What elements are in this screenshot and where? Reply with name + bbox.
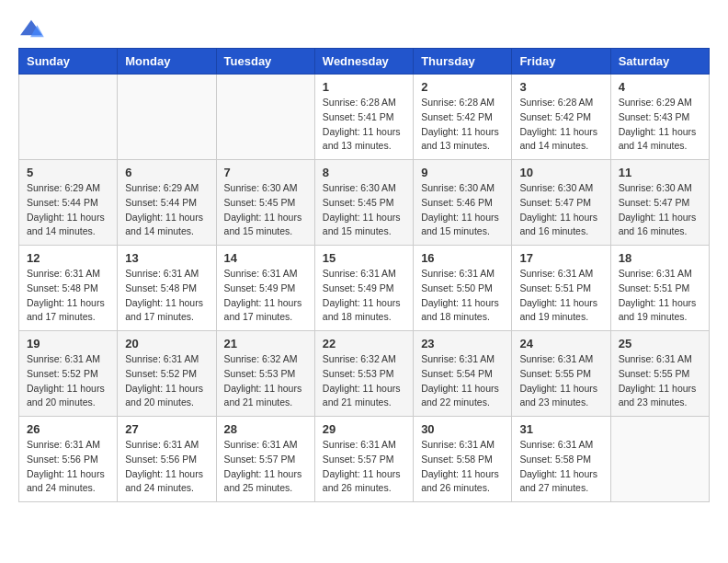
day-cell: 6Sunrise: 6:29 AMSunset: 5:44 PMDaylight… [118,160,216,246]
day-number: 6 [125,166,208,179]
col-header-friday: Friday [512,49,610,75]
logo-icon [18,18,44,39]
day-info: Sunrise: 6:31 AMSunset: 5:51 PMDaylight:… [619,267,701,325]
day-number: 23 [421,337,504,350]
day-number: 2 [421,80,504,94]
day-number: 30 [421,422,504,436]
col-header-wednesday: Wednesday [314,49,413,75]
day-cell: 19Sunrise: 6:31 AMSunset: 5:52 PMDayligh… [19,331,118,417]
day-number: 14 [224,251,307,265]
day-number: 15 [323,251,405,265]
day-cell [216,75,314,160]
day-cell: 14Sunrise: 6:31 AMSunset: 5:49 PMDayligh… [216,246,314,331]
day-info: Sunrise: 6:31 AMSunset: 5:54 PMDaylight:… [421,352,504,410]
day-info: Sunrise: 6:32 AMSunset: 5:53 PMDaylight:… [224,352,307,410]
calendar-header: SundayMondayTuesdayWednesdayThursdayFrid… [19,49,710,75]
day-cell: 11Sunrise: 6:30 AMSunset: 5:47 PMDayligh… [610,160,709,246]
day-number: 16 [421,251,504,265]
day-cell [610,417,709,502]
day-info: Sunrise: 6:31 AMSunset: 5:57 PMDaylight:… [323,438,405,496]
day-cell: 10Sunrise: 6:30 AMSunset: 5:47 PMDayligh… [512,160,610,246]
day-info: Sunrise: 6:32 AMSunset: 5:53 PMDaylight:… [323,352,405,410]
day-number: 29 [323,422,405,436]
day-number: 31 [519,422,602,436]
day-cell: 22Sunrise: 6:32 AMSunset: 5:53 PMDayligh… [314,331,413,417]
day-info: Sunrise: 6:30 AMSunset: 5:45 PMDaylight:… [224,181,307,239]
day-cell: 24Sunrise: 6:31 AMSunset: 5:55 PMDayligh… [512,331,610,417]
calendar-table: SundayMondayTuesdayWednesdayThursdayFrid… [18,48,710,502]
day-number: 8 [323,166,405,179]
day-cell: 9Sunrise: 6:30 AMSunset: 5:46 PMDaylight… [414,160,512,246]
day-number: 19 [27,337,109,350]
day-number: 3 [519,80,602,94]
day-info: Sunrise: 6:28 AMSunset: 5:41 PMDaylight:… [323,96,405,154]
day-info: Sunrise: 6:31 AMSunset: 5:51 PMDaylight:… [519,267,602,325]
col-header-saturday: Saturday [610,49,709,75]
day-info: Sunrise: 6:29 AMSunset: 5:44 PMDaylight:… [27,181,109,239]
day-info: Sunrise: 6:31 AMSunset: 5:58 PMDaylight:… [519,438,602,496]
day-number: 22 [323,337,405,350]
day-cell: 29Sunrise: 6:31 AMSunset: 5:57 PMDayligh… [314,417,413,502]
day-info: Sunrise: 6:29 AMSunset: 5:43 PMDaylight:… [619,96,701,154]
day-number: 20 [125,337,208,350]
day-number: 4 [619,80,701,94]
day-number: 24 [519,337,602,350]
day-info: Sunrise: 6:30 AMSunset: 5:47 PMDaylight:… [619,181,701,239]
day-info: Sunrise: 6:31 AMSunset: 5:57 PMDaylight:… [224,438,307,496]
day-cell: 2Sunrise: 6:28 AMSunset: 5:42 PMDaylight… [414,75,512,160]
day-cell: 28Sunrise: 6:31 AMSunset: 5:57 PMDayligh… [216,417,314,502]
day-number: 21 [224,337,307,350]
day-number: 13 [125,251,208,265]
week-row-2: 5Sunrise: 6:29 AMSunset: 5:44 PMDaylight… [19,160,710,246]
day-number: 26 [27,422,109,436]
day-info: Sunrise: 6:31 AMSunset: 5:48 PMDaylight:… [125,267,208,325]
day-info: Sunrise: 6:31 AMSunset: 5:48 PMDaylight:… [27,267,109,325]
day-info: Sunrise: 6:31 AMSunset: 5:55 PMDaylight:… [619,352,701,410]
day-info: Sunrise: 6:31 AMSunset: 5:55 PMDaylight:… [519,352,602,410]
col-header-monday: Monday [118,49,216,75]
day-cell: 20Sunrise: 6:31 AMSunset: 5:52 PMDayligh… [118,331,216,417]
day-info: Sunrise: 6:31 AMSunset: 5:49 PMDaylight:… [323,267,405,325]
day-number: 27 [125,422,208,436]
day-info: Sunrise: 6:31 AMSunset: 5:56 PMDaylight:… [125,438,208,496]
day-info: Sunrise: 6:28 AMSunset: 5:42 PMDaylight:… [421,96,504,154]
day-cell: 26Sunrise: 6:31 AMSunset: 5:56 PMDayligh… [19,417,118,502]
day-number: 17 [519,251,602,265]
day-number: 12 [27,251,109,265]
day-cell: 5Sunrise: 6:29 AMSunset: 5:44 PMDaylight… [19,160,118,246]
col-header-sunday: Sunday [19,49,118,75]
day-cell: 8Sunrise: 6:30 AMSunset: 5:45 PMDaylight… [314,160,413,246]
day-number: 5 [27,166,109,179]
week-row-5: 26Sunrise: 6:31 AMSunset: 5:56 PMDayligh… [19,417,710,502]
col-header-thursday: Thursday [414,49,512,75]
day-cell: 23Sunrise: 6:31 AMSunset: 5:54 PMDayligh… [414,331,512,417]
week-row-4: 19Sunrise: 6:31 AMSunset: 5:52 PMDayligh… [19,331,710,417]
day-info: Sunrise: 6:29 AMSunset: 5:44 PMDaylight:… [125,181,208,239]
day-info: Sunrise: 6:31 AMSunset: 5:56 PMDaylight:… [27,438,109,496]
day-info: Sunrise: 6:30 AMSunset: 5:46 PMDaylight:… [421,181,504,239]
day-cell: 27Sunrise: 6:31 AMSunset: 5:56 PMDayligh… [118,417,216,502]
day-number: 25 [619,337,701,350]
day-cell [19,75,118,160]
day-number: 18 [619,251,701,265]
day-cell: 17Sunrise: 6:31 AMSunset: 5:51 PMDayligh… [512,246,610,331]
logo [18,18,48,39]
day-number: 11 [619,166,701,179]
day-cell: 30Sunrise: 6:31 AMSunset: 5:58 PMDayligh… [414,417,512,502]
day-cell: 16Sunrise: 6:31 AMSunset: 5:50 PMDayligh… [414,246,512,331]
day-info: Sunrise: 6:30 AMSunset: 5:47 PMDaylight:… [519,181,602,239]
day-cell: 31Sunrise: 6:31 AMSunset: 5:58 PMDayligh… [512,417,610,502]
day-number: 10 [519,166,602,179]
day-cell: 18Sunrise: 6:31 AMSunset: 5:51 PMDayligh… [610,246,709,331]
day-cell: 21Sunrise: 6:32 AMSunset: 5:53 PMDayligh… [216,331,314,417]
day-info: Sunrise: 6:28 AMSunset: 5:42 PMDaylight:… [519,96,602,154]
day-cell: 7Sunrise: 6:30 AMSunset: 5:45 PMDaylight… [216,160,314,246]
week-row-1: 1Sunrise: 6:28 AMSunset: 5:41 PMDaylight… [19,75,710,160]
day-info: Sunrise: 6:31 AMSunset: 5:58 PMDaylight:… [421,438,504,496]
col-header-tuesday: Tuesday [216,49,314,75]
day-cell: 25Sunrise: 6:31 AMSunset: 5:55 PMDayligh… [610,331,709,417]
day-number: 1 [323,80,405,94]
day-cell: 3Sunrise: 6:28 AMSunset: 5:42 PMDaylight… [512,75,610,160]
day-info: Sunrise: 6:31 AMSunset: 5:50 PMDaylight:… [421,267,504,325]
day-number: 28 [224,422,307,436]
